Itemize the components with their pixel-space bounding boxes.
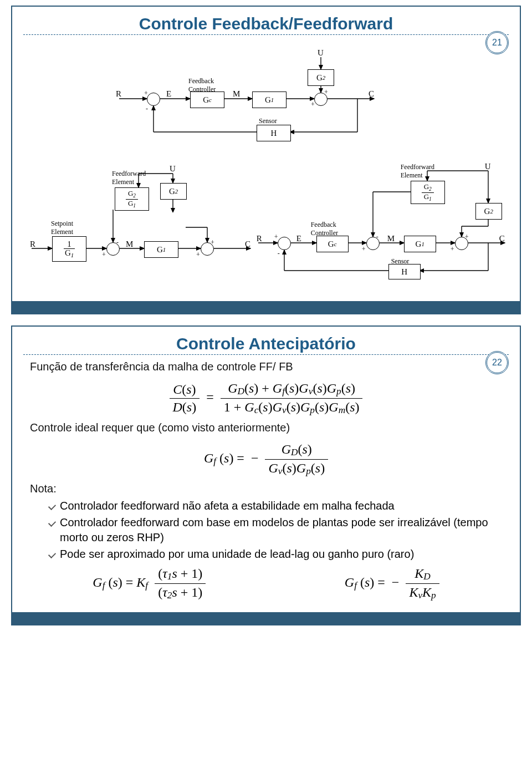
sign-plus: +: [102, 251, 106, 259]
block-G2: G2: [308, 69, 334, 86]
caption-ff-element: Feedforward Element: [112, 170, 146, 186]
sign-plus: +: [465, 233, 469, 241]
sign-minus: -: [376, 233, 378, 241]
block-G2-over-G1: G2 G1: [115, 187, 149, 211]
label-M: M: [126, 240, 133, 249]
diagram-feedback-feedforward: R + - E Feedback Controller Gc + - M G1 …: [255, 160, 503, 287]
sign-plus: +: [211, 238, 214, 247]
caption-sensor: Sensor: [259, 117, 277, 125]
slide-title: Controle Antecipatório: [23, 334, 509, 353]
block-G1: G1: [252, 91, 287, 108]
label-U: U: [170, 164, 176, 174]
page-number-badge: 21: [485, 31, 509, 54]
block-G1: G1: [144, 241, 178, 258]
caption-feedback-controller: Feedback Controller: [311, 221, 338, 237]
label-C: C: [369, 89, 374, 99]
label-R: R: [257, 234, 262, 243]
block-G2: G2: [475, 203, 502, 220]
sign-minus: -: [146, 105, 148, 113]
equation-approximations: Gf (s) = Kf (τ1s + 1) (τ2s + 1) Gf (s) =…: [23, 566, 509, 601]
diagrams-container: R + - E Feedback Controller Gc M G1 + + …: [23, 40, 509, 290]
block-G2-over-G1: G2 G1: [411, 181, 445, 204]
label-U: U: [318, 48, 324, 58]
diagram-feedforward-open: Setpoint Element 1 G1 R + - M G1 + + C F…: [29, 160, 250, 282]
label-R: R: [116, 89, 121, 99]
sign-plus: +: [451, 245, 454, 253]
block-Gc: Gc: [316, 236, 349, 252]
sign-minus: -: [278, 250, 280, 258]
label-M: M: [387, 234, 395, 243]
sign-plus: +: [274, 233, 278, 241]
block-G1: G1: [404, 236, 436, 252]
text-line: Controle ideal requer que (como visto an…: [30, 421, 509, 434]
diagram-feedback: R + - E Feedback Controller Gc M G1 + + …: [114, 46, 418, 151]
block-Gc: Gc: [190, 91, 224, 108]
list-item: Controlador feedforward não afeta a esta…: [49, 498, 509, 513]
sign-plus: +: [311, 100, 315, 109]
sign-plus: +: [362, 245, 366, 253]
spacer: [160, 212, 186, 228]
sign-plus: +: [144, 89, 148, 98]
sign-minus: -: [116, 238, 119, 247]
sign-plus: +: [324, 88, 328, 96]
label-C: C: [245, 240, 250, 249]
slide-title: Controle Feedback/Feedforward: [23, 14, 509, 33]
block-G2: G2: [160, 183, 187, 200]
slide-22: Controle Antecipatório 22 Função de tran…: [11, 325, 521, 625]
equation-ideal-gf: Gf (s) = − GD(s) Gv(s)Gp(s): [23, 442, 509, 477]
label-E: E: [296, 234, 301, 243]
equation-loop-tf: C(s) D(s) = GD(s) + Gf(s)Gv(s)Gp(s) 1 + …: [23, 381, 509, 416]
notes-list: Controlador feedforward não afeta a esta…: [49, 498, 509, 562]
label-R: R: [30, 240, 35, 249]
page-number-badge: 22: [485, 351, 509, 374]
label-E: E: [166, 89, 171, 99]
footer-bar: [12, 612, 520, 624]
sign-plus: +: [196, 251, 200, 259]
footer-bar: [12, 301, 520, 313]
sum-node: [147, 93, 160, 106]
label-M: M: [233, 89, 240, 99]
list-item: Controlador feedforward com base em mode…: [49, 515, 509, 545]
label-C: C: [499, 234, 505, 243]
caption-setpoint-element: Setpoint Element: [51, 220, 73, 236]
block-H: H: [388, 264, 421, 279]
block-H: H: [257, 125, 291, 141]
caption-ff-element: Feedforward Element: [401, 163, 434, 180]
text-nota: Nota:: [30, 482, 509, 495]
block-1-over-G1: 1 G1: [52, 236, 86, 262]
text-line: Função de transferência da malha de cont…: [30, 360, 509, 373]
sum-node: [278, 237, 291, 250]
label-U: U: [485, 162, 491, 171]
slide-21: Controle Feedback/Feedforward 21: [11, 6, 521, 314]
list-item: Pode ser aproximado por uma unidade de l…: [49, 547, 509, 562]
